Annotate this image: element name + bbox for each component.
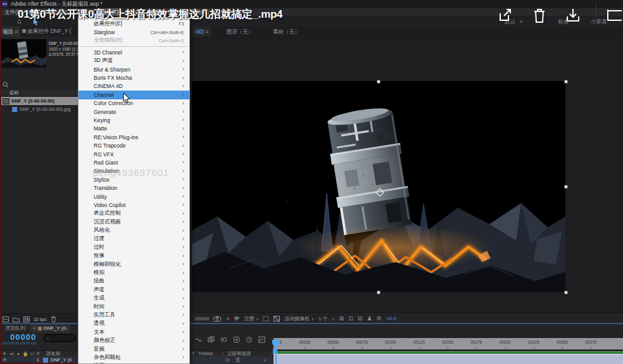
- selection-handle-right[interactable]: [564, 185, 568, 189]
- interpret-footage-icon[interactable]: [3, 317, 9, 322]
- effect-menu-item[interactable]: Blur & Sharpen›: [79, 65, 189, 73]
- effect-menu-item[interactable]: RE:Vision Plug-ins›: [79, 133, 189, 141]
- color-depth-icon[interactable]: [23, 317, 30, 322]
- frame-blend-icon[interactable]: [208, 336, 215, 343]
- tab-render-queue[interactable]: 渲染队列: [0, 325, 30, 332]
- graph-editor-icon[interactable]: [258, 336, 265, 343]
- show-channel-icon[interactable]: [234, 316, 240, 321]
- effect-menu-item[interactable]: 表达式控制›: [79, 210, 189, 218]
- effect-menu-item[interactable]: Generate›: [79, 108, 189, 116]
- effect-menu-item[interactable]: 模拟›: [79, 268, 189, 277]
- region-of-interest-icon[interactable]: [263, 316, 269, 322]
- tab-effect-controls[interactable]: 效果控件 DNF_Y (: [20, 28, 73, 35]
- effect-menu-item[interactable]: 透视›: [79, 320, 189, 328]
- composition-image[interactable]: [192, 81, 565, 292]
- mask-toggle-icon[interactable]: ⊡: [348, 316, 353, 322]
- view-layout-dropdown[interactable]: 1 个.. ∨: [318, 315, 335, 322]
- auto-keyframe-icon[interactable]: [246, 336, 253, 343]
- exposure-gear-icon[interactable]: ⚙: [376, 316, 381, 322]
- magnification-value[interactable]: 00000: [195, 316, 209, 322]
- project-search-row[interactable]: [0, 80, 78, 90]
- new-folder-icon[interactable]: [13, 317, 20, 322]
- tab-timeline-comp[interactable]: × DNF_Y (0-: [30, 324, 70, 332]
- panel-icon[interactable]: [605, 8, 623, 23]
- snapshot-icon[interactable]: [213, 316, 221, 322]
- current-timecode[interactable]: 00000: [10, 332, 36, 342]
- brainstorm-icon[interactable]: [233, 336, 240, 343]
- effect-menu-item[interactable]: Matte›: [79, 125, 189, 133]
- effect-menu-item[interactable]: 全部移除(R)Ctrl+Shift+E: [79, 37, 189, 45]
- resolution-dropdown[interactable]: 完整 ∨: [244, 315, 259, 322]
- effect-menu-item[interactable]: 风格化›: [79, 226, 189, 234]
- label-column-icon[interactable]: 🏷: [30, 351, 35, 356]
- effect-menu-item[interactable]: Color Correction›: [79, 99, 189, 108]
- shy-layers-icon[interactable]: [195, 336, 202, 343]
- effect-menu-item[interactable]: 时间›: [79, 303, 189, 311]
- parent-dropdown[interactable]: 无: [236, 356, 241, 364]
- active-camera-dropdown[interactable]: 活动摄像机 ∨: [284, 315, 314, 322]
- layer-duration-bar[interactable]: [274, 354, 623, 364]
- effect-menu-item[interactable]: RG VFX›: [79, 150, 189, 158]
- parent-dropdown-arrow[interactable]: ∨: [263, 356, 266, 364]
- effect-menu-item[interactable]: 过时›: [79, 243, 189, 251]
- effect-menu-item[interactable]: 声道›: [79, 286, 189, 294]
- effect-menu-item[interactable]: Keying›: [79, 116, 189, 124]
- lock-column-icon[interactable]: 🔒: [23, 351, 28, 356]
- close-tab-icon[interactable]: ×: [33, 325, 36, 331]
- selection-handle-top[interactable]: [377, 80, 381, 84]
- bit-depth-label[interactable]: 32 bpc: [34, 317, 47, 322]
- effect-menu-item[interactable]: 遮罩›: [79, 362, 189, 364]
- effect-menu-item[interactable]: 沉浸式视频›: [79, 218, 189, 226]
- grid-guides-icon[interactable]: ⊞: [339, 316, 344, 322]
- selection-handle-bottom-right[interactable]: [564, 291, 568, 294]
- effect-menu-item[interactable]: Utility›: [79, 192, 189, 201]
- solo-column-icon[interactable]: ●: [17, 351, 20, 356]
- effect-menu-item[interactable]: StarglowCtrl+Alt+Shift+E: [79, 28, 189, 36]
- effect-menu-item[interactable]: CINEMA 4D›: [79, 82, 189, 91]
- workspace-menu-icon[interactable]: ≡: [520, 18, 523, 25]
- effect-menu-item[interactable]: 杂色和颗粒›: [79, 353, 189, 361]
- exposure-value[interactable]: +0.0: [386, 316, 396, 322]
- workspace-tab-small-screen[interactable]: 小屏幕: [591, 18, 607, 26]
- playhead-in-marker[interactable]: [273, 349, 277, 354]
- effect-menu-item[interactable]: Transition›: [79, 184, 189, 192]
- delete-item-icon[interactable]: [51, 316, 56, 322]
- download-icon[interactable]: [565, 8, 581, 23]
- effect-menu-item[interactable]: 过渡›: [79, 235, 189, 243]
- effect-menu-item[interactable]: 扭曲›: [79, 277, 189, 286]
- timeline-nav-icon[interactable]: ⊟: [358, 316, 363, 322]
- share-icon[interactable]: [498, 8, 513, 23]
- motion-blur-icon[interactable]: [220, 336, 227, 343]
- transparency-grid-icon[interactable]: [274, 316, 280, 322]
- selection-handle-top-right[interactable]: [564, 80, 568, 84]
- effect-menu-item[interactable]: 模糊和锐化›: [79, 260, 189, 268]
- parent-pickwhip-icon[interactable]: ◎: [225, 356, 230, 364]
- effect-menu-item[interactable]: 3D 声道›: [79, 57, 189, 65]
- video-column-icon[interactable]: 👁: [3, 351, 7, 356]
- selection-handle-bottom[interactable]: [377, 291, 381, 294]
- timeline-search-input[interactable]: ⌕: [43, 334, 76, 342]
- effect-menu-item[interactable]: 生成›: [79, 294, 189, 303]
- flowchart-icon[interactable]: ♟: [367, 316, 372, 322]
- show-snapshot-icon[interactable]: ◑: [225, 316, 229, 322]
- project-row-composition[interactable]: DNF_Y (0-00-00-00): [0, 97, 78, 105]
- effect-menu-item[interactable]: RG Trapcode›: [79, 141, 189, 149]
- effect-menu-item[interactable]: 实用工具›: [79, 311, 189, 319]
- effect-menu-item[interactable]: 音频›: [79, 345, 189, 353]
- project-name-column-header[interactable]: 名称: [0, 89, 78, 97]
- audio-column-icon[interactable]: ◄): [9, 351, 15, 356]
- effect-menu-item[interactable]: 文本›: [79, 328, 189, 336]
- effect-menu-item[interactable]: Boris FX Mocha›: [79, 73, 189, 82]
- timeline-ruler[interactable]: 0000000025000500007500100001250015000175…: [274, 338, 623, 349]
- tab-composition[interactable]: -00) ≡: [191, 27, 211, 37]
- effect-menu-item[interactable]: 抠像›: [79, 252, 189, 260]
- tab-layer[interactable]: 图层（无）: [227, 27, 254, 37]
- effect-menu-item[interactable]: Red Giant›: [79, 158, 189, 166]
- effect-menu-item[interactable]: 颜色校正›: [79, 336, 189, 344]
- trash-icon[interactable]: [532, 8, 547, 23]
- project-row-footage[interactable]: DNF_Y (0-00-00-00).jpg: [0, 105, 78, 113]
- tab-project[interactable]: 项目 ≡: [0, 27, 20, 37]
- effect-menu-item[interactable]: Video Copilot›: [79, 201, 189, 209]
- tab-footage[interactable]: 素材（无）: [273, 27, 300, 37]
- effect-menu-item[interactable]: 3D Channel›: [79, 48, 189, 56]
